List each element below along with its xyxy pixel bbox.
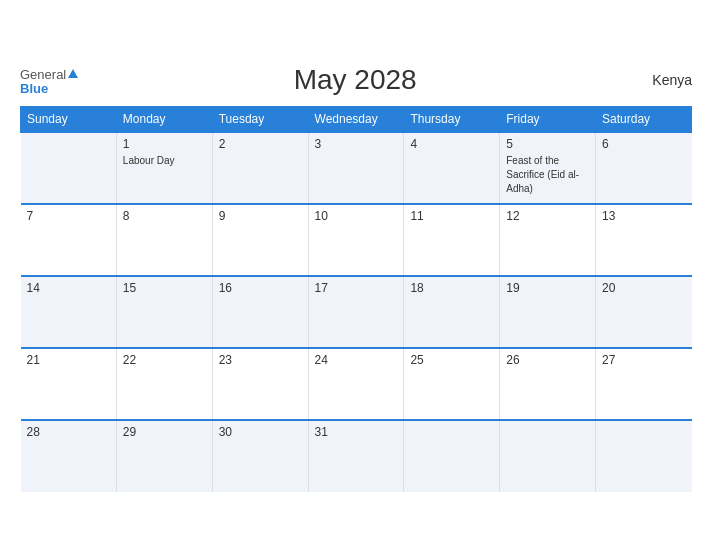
- calendar-day-cell: 7: [21, 204, 117, 276]
- calendar-day-cell: [404, 420, 500, 492]
- calendar-body: 1Labour Day2345Feast of the Sacrifice (E…: [21, 132, 692, 492]
- day-number: 23: [219, 353, 302, 367]
- day-number: 16: [219, 281, 302, 295]
- calendar-container: General Blue May 2028 Kenya SundayMonday…: [10, 48, 702, 502]
- calendar-day-cell: 1Labour Day: [116, 132, 212, 204]
- day-number: 31: [315, 425, 398, 439]
- day-number: 7: [27, 209, 110, 223]
- calendar-header-row: SundayMondayTuesdayWednesdayThursdayFrid…: [21, 107, 692, 133]
- day-number: 18: [410, 281, 493, 295]
- day-number: 13: [602, 209, 685, 223]
- calendar-day-cell: [21, 132, 117, 204]
- day-number: 8: [123, 209, 206, 223]
- day-number: 11: [410, 209, 493, 223]
- calendar-day-cell: 28: [21, 420, 117, 492]
- calendar-day-cell: 23: [212, 348, 308, 420]
- calendar-day-cell: 4: [404, 132, 500, 204]
- logo-general: General: [20, 66, 78, 82]
- country-label: Kenya: [632, 72, 692, 88]
- day-number: 27: [602, 353, 685, 367]
- calendar-day-cell: 26: [500, 348, 596, 420]
- calendar-day-cell: 9: [212, 204, 308, 276]
- logo-triangle-icon: [68, 69, 78, 78]
- day-number: 24: [315, 353, 398, 367]
- day-number: 19: [506, 281, 589, 295]
- calendar-day-cell: 3: [308, 132, 404, 204]
- logo-general-text: General: [20, 67, 66, 82]
- calendar-day-cell: 29: [116, 420, 212, 492]
- calendar-day-cell: 27: [596, 348, 692, 420]
- holiday-name: Feast of the Sacrifice (Eid al-Adha): [506, 155, 579, 194]
- calendar-day-cell: [596, 420, 692, 492]
- day-number: 6: [602, 137, 685, 151]
- calendar-day-cell: 31: [308, 420, 404, 492]
- day-number: 14: [27, 281, 110, 295]
- weekday-header: Friday: [500, 107, 596, 133]
- calendar-day-cell: 20: [596, 276, 692, 348]
- weekday-header: Saturday: [596, 107, 692, 133]
- calendar-day-cell: 17: [308, 276, 404, 348]
- day-number: 29: [123, 425, 206, 439]
- calendar-day-cell: 10: [308, 204, 404, 276]
- calendar-day-cell: 24: [308, 348, 404, 420]
- calendar-day-cell: 22: [116, 348, 212, 420]
- day-number: 5: [506, 137, 589, 151]
- weekday-header: Wednesday: [308, 107, 404, 133]
- weekday-header: Tuesday: [212, 107, 308, 133]
- calendar-day-cell: 5Feast of the Sacrifice (Eid al-Adha): [500, 132, 596, 204]
- calendar-week-row: 21222324252627: [21, 348, 692, 420]
- calendar-header: General Blue May 2028 Kenya: [20, 64, 692, 96]
- calendar-week-row: 28293031: [21, 420, 692, 492]
- calendar-day-cell: 25: [404, 348, 500, 420]
- calendar-day-cell: 12: [500, 204, 596, 276]
- day-number: 2: [219, 137, 302, 151]
- day-number: 17: [315, 281, 398, 295]
- logo-blue-text: Blue: [20, 82, 48, 95]
- calendar-day-cell: 8: [116, 204, 212, 276]
- calendar-week-row: 14151617181920: [21, 276, 692, 348]
- day-number: 20: [602, 281, 685, 295]
- weekday-header: Monday: [116, 107, 212, 133]
- day-number: 26: [506, 353, 589, 367]
- calendar-day-cell: [500, 420, 596, 492]
- day-number: 10: [315, 209, 398, 223]
- calendar-day-cell: 13: [596, 204, 692, 276]
- logo: General Blue: [20, 66, 78, 95]
- holiday-name: Labour Day: [123, 155, 175, 166]
- day-number: 3: [315, 137, 398, 151]
- calendar-day-cell: 16: [212, 276, 308, 348]
- calendar-day-cell: 11: [404, 204, 500, 276]
- day-number: 28: [27, 425, 110, 439]
- weekday-headers: SundayMondayTuesdayWednesdayThursdayFrid…: [21, 107, 692, 133]
- calendar-table: SundayMondayTuesdayWednesdayThursdayFrid…: [20, 106, 692, 492]
- day-number: 4: [410, 137, 493, 151]
- calendar-day-cell: 14: [21, 276, 117, 348]
- weekday-header: Sunday: [21, 107, 117, 133]
- weekday-header: Thursday: [404, 107, 500, 133]
- day-number: 22: [123, 353, 206, 367]
- day-number: 12: [506, 209, 589, 223]
- calendar-day-cell: 15: [116, 276, 212, 348]
- calendar-week-row: 1Labour Day2345Feast of the Sacrifice (E…: [21, 132, 692, 204]
- day-number: 15: [123, 281, 206, 295]
- day-number: 1: [123, 137, 206, 151]
- day-number: 21: [27, 353, 110, 367]
- calendar-day-cell: 2: [212, 132, 308, 204]
- page-title: May 2028: [78, 64, 632, 96]
- calendar-day-cell: 18: [404, 276, 500, 348]
- calendar-day-cell: 19: [500, 276, 596, 348]
- calendar-day-cell: 21: [21, 348, 117, 420]
- day-number: 30: [219, 425, 302, 439]
- calendar-day-cell: 6: [596, 132, 692, 204]
- calendar-day-cell: 30: [212, 420, 308, 492]
- calendar-week-row: 78910111213: [21, 204, 692, 276]
- day-number: 25: [410, 353, 493, 367]
- day-number: 9: [219, 209, 302, 223]
